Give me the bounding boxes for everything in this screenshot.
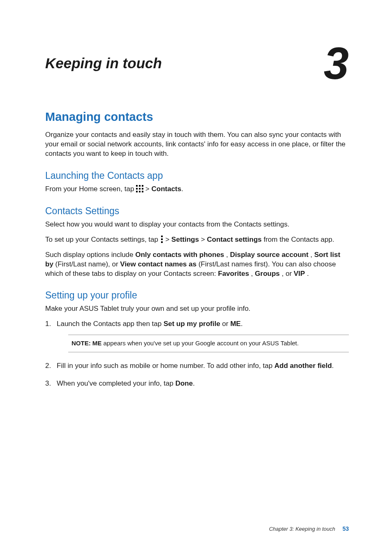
contacts-label: Contacts xyxy=(151,185,181,193)
svg-rect-3 xyxy=(136,188,138,190)
text: Fill in your info such as mobile or home… xyxy=(57,362,274,370)
text: . xyxy=(307,270,309,278)
section-intro: Organize your contacts and easily stay i… xyxy=(45,130,349,159)
vip-label: VIP xyxy=(294,270,305,278)
apps-grid-icon xyxy=(136,185,143,192)
view-names-label: View contact names as xyxy=(120,260,196,268)
add-field-label: Add another field xyxy=(274,362,332,370)
subsection-contacts-settings: Contacts Settings xyxy=(45,206,349,217)
contact-settings-label: Contact settings xyxy=(207,236,262,243)
text: , xyxy=(226,251,230,259)
chapter-title: Keeping in touch xyxy=(45,55,162,72)
text: From your Home screen, tap xyxy=(45,185,136,193)
text: . xyxy=(332,362,334,370)
page-number: 53 xyxy=(342,525,349,532)
footer-chapter-label: Chapter 3: Keeping in touch xyxy=(269,526,335,532)
chapter-header: Keeping in touch 3 xyxy=(45,45,349,81)
text: , or xyxy=(281,270,293,278)
groups-label: Groups xyxy=(255,270,279,278)
text: , xyxy=(251,270,255,278)
chapter-number: 3 xyxy=(324,45,349,81)
text: To set up your Contacts settings, tap xyxy=(45,236,160,243)
svg-rect-11 xyxy=(161,241,163,243)
svg-rect-10 xyxy=(161,238,163,240)
contacts-settings-p1: Select how you would want to display you… xyxy=(45,220,349,229)
svg-rect-2 xyxy=(142,185,143,187)
svg-rect-7 xyxy=(139,191,141,192)
launching-line: From your Home screen, tap > Contacts. xyxy=(45,185,349,194)
contacts-settings-p3: Such display options include Only contac… xyxy=(45,250,349,279)
profile-intro: Make your ASUS Tablet truly your own and… xyxy=(45,304,349,314)
text: > xyxy=(165,236,171,243)
setup-profile-label: Set up my profile xyxy=(164,320,220,328)
page-footer: Chapter 3: Keeping in touch 53 xyxy=(269,525,349,532)
svg-rect-9 xyxy=(161,236,163,237)
text: (First/Last name), or xyxy=(55,260,120,268)
settings-label: Settings xyxy=(171,236,199,243)
step-1: Launch the Contacts app then tap Set up … xyxy=(45,319,349,352)
done-label: Done xyxy=(175,379,193,387)
text: from the Contacts app. xyxy=(263,236,334,243)
contacts-settings-p2: To set up your Contacts settings, tap > … xyxy=(45,235,349,245)
svg-rect-1 xyxy=(139,185,141,187)
subsection-launching-contacts: Launching the Contacts app xyxy=(45,170,349,181)
text: > xyxy=(145,185,152,193)
section-heading-managing-contacts: Managing contacts xyxy=(45,110,349,124)
svg-rect-4 xyxy=(139,188,141,190)
text: Such display options include xyxy=(45,251,135,259)
text: When you've completed your info, tap xyxy=(57,379,175,387)
svg-rect-5 xyxy=(142,188,143,190)
profile-steps: Launch the Contacts app then tap Set up … xyxy=(45,319,349,388)
me-label: ME xyxy=(230,320,241,328)
only-contacts-label: Only contacts with phones xyxy=(135,251,224,259)
text: . xyxy=(241,320,243,328)
text: , xyxy=(310,251,314,259)
more-vertical-icon xyxy=(160,236,164,243)
step-2: Fill in your info such as mobile or home… xyxy=(45,361,349,371)
svg-rect-8 xyxy=(142,191,143,192)
note-label: NOTE: ME xyxy=(71,340,101,347)
svg-rect-6 xyxy=(136,191,138,192)
note-box: NOTE: ME appears when you've set up your… xyxy=(68,335,349,352)
favorites-label: Favorites xyxy=(218,270,249,278)
text: . xyxy=(181,185,183,193)
text: or xyxy=(222,320,231,328)
display-source-label: Display source account xyxy=(230,251,309,259)
text: > xyxy=(201,236,207,243)
text: . xyxy=(193,379,195,387)
step-3: When you've completed your info, tap Don… xyxy=(45,379,349,388)
svg-rect-0 xyxy=(136,185,138,187)
text: Launch the Contacts app then tap xyxy=(57,320,164,328)
subsection-setting-up-profile: Setting up your profile xyxy=(45,290,349,301)
note-text: appears when you've set up your Google a… xyxy=(101,340,299,347)
